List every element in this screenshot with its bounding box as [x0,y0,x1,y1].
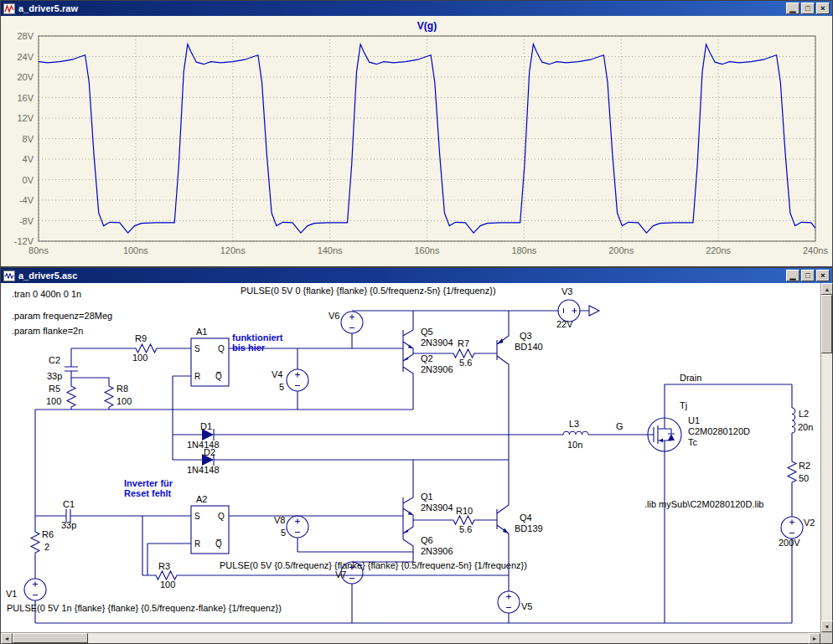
component-D2[interactable]: D2 1N4148 [187,447,220,475]
pin-A1-r: R [194,372,200,381]
component-Q1-Q6-pushpull-bottom[interactable]: Q1 2N3904 Q6 2N3906 [403,460,453,562]
net-label-drain[interactable]: Drain [680,373,701,383]
component-R6[interactable]: R6 2 [31,529,54,555]
directive-param-frequenz[interactable]: .param frequenz=28Meg [12,311,112,321]
component-R10[interactable]: R10 5.6 [452,506,477,534]
component-R3[interactable]: R3 100 [154,561,179,590]
horizontal-scrollbar[interactable]: ◄ ► [1,632,820,643]
label-R5-ref: R5 [49,384,60,394]
trace-vg [39,44,815,233]
component-C1[interactable]: C1 33p [58,499,80,530]
component-V8[interactable]: V8 5 [274,515,308,538]
directive-tran[interactable]: .tran 0 400n 0 1n [12,289,81,299]
label-R3-ref: R3 [158,561,170,571]
scroll-left-button[interactable]: ◄ [1,633,13,644]
component-L2[interactable]: L2 20n [792,408,813,433]
component-V2[interactable]: V2 200V [779,517,815,548]
close-button[interactable]: × [816,270,830,281]
y-tick-label: -4V [19,195,34,205]
schematic-canvas[interactable]: .tran 0 400n 0 1n .param frequenz=28Meg … [1,283,832,643]
maximize-button[interactable]: □ [801,270,815,281]
label-V3-value: 22V [556,319,573,329]
output-port-arrow-icon [589,306,599,316]
close-button[interactable]: × [816,3,830,14]
label-V5-ref: V5 [521,601,532,611]
y-tick-label: 0V [23,175,34,185]
minimize-button[interactable]: ▁ [786,3,799,14]
pin-U1-tj: Tj [680,400,687,410]
pin-A1-s: S [194,344,200,353]
label-Q3-ref: Q3 [520,331,532,341]
x-tick-label: 120ns [220,245,246,255]
label-V6-ref: V6 [329,311,339,321]
label-U1-ref: U1 [688,415,700,425]
y-tick-label: 28V [17,31,34,41]
component-Q5-Q2-pushpull-top[interactable]: Q5 2N3904 Q2 2N3906 [403,311,453,410]
label-Q2-ref: Q2 [421,353,433,363]
label-V4-value: 5 [279,382,284,392]
x-tick-label: 160ns [415,245,440,255]
component-R2[interactable]: R2 50 [788,460,810,485]
label-R7-value: 5.6 [459,358,472,368]
component-A2-flipflop[interactable]: A2 S R Q Q̅ [191,494,229,554]
minimize-button[interactable]: ▁ [786,270,799,281]
label-R2-ref: R2 [799,461,810,471]
directive-lib[interactable]: .lib mySub\C2M0280120D.lib [644,499,763,509]
horizontal-scroll-thumb[interactable] [13,633,88,643]
pin-A1-q: Q [218,344,225,353]
scroll-up-button[interactable]: ▲ [821,283,833,295]
component-V3[interactable]: V3 22V [556,286,599,329]
annotation-inverter-line2[interactable]: Reset fehlt [124,488,172,498]
waveform-plot-pane[interactable]: V(g) 80ns100ns120ns140ns160ns180ns200ns2… [1,16,832,266]
label-R2-value: 50 [799,473,809,483]
label-R8-value: 100 [116,396,132,406]
schematic-titlebar[interactable]: a_driver5.asc ▁ □ × [1,268,832,283]
net-label-gate[interactable]: G [616,421,623,431]
component-R9[interactable]: R9 100 [132,333,159,363]
component-U1-mosfet[interactable]: Tj U1 C2M0280120D Tc [646,400,750,451]
component-R5[interactable]: R5 100 [46,384,75,410]
label-Q1-ref: Q1 [421,492,433,502]
waveform-titlebar[interactable]: a_driver5.raw ▁ □ × [1,1,832,16]
maximize-button[interactable]: □ [801,3,815,14]
label-pulse-v1[interactable]: PULSE(0 5V 1n {flanke} {flanke} {0.5/fre… [7,603,282,613]
component-A1-flipflop[interactable]: A1 S R Q Q̅ [191,327,229,386]
component-R7[interactable]: R7 5.6 [452,338,477,368]
y-tick-label: 8V [23,134,34,144]
label-pulse-top[interactable]: PULSE(0 5V 0 {flanke} {flanke} {0.5/freq… [241,286,496,296]
annotation-inverter-line1[interactable]: Inverter für [124,478,173,488]
component-V6[interactable]: V6 [329,311,363,333]
label-D2-ref: D2 [204,447,215,457]
label-V7-ref: V7 [335,569,346,580]
label-L2-ref: L2 [799,409,809,419]
annotation-ok-line1[interactable]: funktioniert [232,332,283,343]
scroll-down-button[interactable]: ▼ [821,621,833,632]
waveform-window: a_driver5.raw ▁ □ × V(g) 80ns100ns120ns1… [0,0,833,267]
label-R10-ref: R10 [456,506,473,516]
component-C2[interactable]: C2 33p [47,355,78,381]
scroll-right-button[interactable]: ► [809,633,820,644]
component-L3[interactable]: L3 10n [563,419,588,450]
component-Q3[interactable]: Q3 BD140 [497,311,543,435]
label-R3-value: 100 [160,580,175,590]
label-R9-ref: R9 [135,333,147,343]
ltspice-screen: { "icons": { "minimize": "▁", "maximize"… [0,0,833,644]
component-V1[interactable]: V1 [6,579,46,600]
x-tick-label: 80ns [28,245,49,255]
directive-param-flanke[interactable]: .param flanke=2n [12,326,83,336]
label-V1-ref: V1 [6,589,17,599]
label-Q5-value: 2N3904 [421,337,453,348]
component-V5[interactable]: V5 [498,591,532,613]
label-V8-ref: V8 [274,515,285,525]
label-R10-value: 5.6 [459,524,472,534]
component-V4[interactable]: V4 5 [272,369,308,392]
label-pulse-bottom[interactable]: PULSE(0 5V {0.5/frequenz} {flanke} {flan… [220,560,527,570]
component-D1[interactable]: D1 1N4148 [187,421,220,450]
label-C2-value: 33p [47,371,62,381]
pin-A2-r: R [194,539,200,549]
component-R8[interactable]: R8 100 [105,384,132,410]
annotation-ok-line2[interactable]: bis hier [232,343,266,353]
vertical-scrollbar[interactable]: ▲ ▼ [820,283,832,632]
y-tick-label: 20V [17,72,34,82]
vertical-scroll-thumb[interactable] [821,295,832,353]
